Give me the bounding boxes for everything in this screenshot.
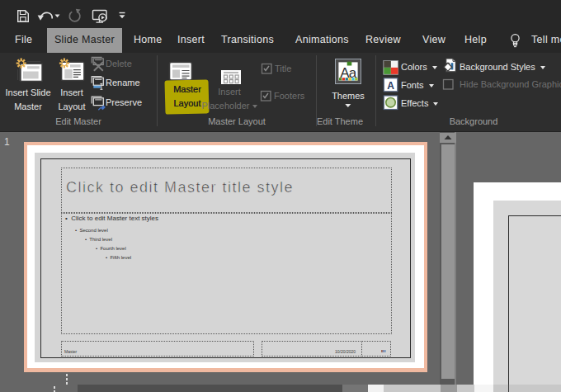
svg-text:A: A [387,80,394,92]
